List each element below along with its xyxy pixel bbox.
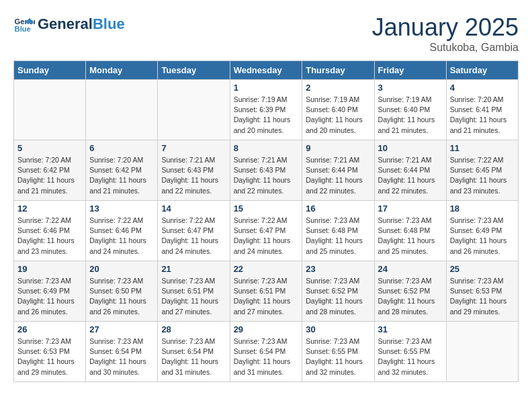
- day-number: 30: [306, 324, 370, 334]
- calendar-cell: 4Sunrise: 7:20 AMSunset: 6:41 PMDaylight…: [446, 80, 518, 140]
- calendar-cell: 26Sunrise: 7:23 AMSunset: 6:53 PMDayligh…: [14, 322, 86, 382]
- calendar-cell: 6Sunrise: 7:20 AMSunset: 6:42 PMDaylight…: [86, 140, 158, 201]
- logo: General Blue GeneralBlue: [13, 13, 125, 35]
- calendar-week-5: 26Sunrise: 7:23 AMSunset: 6:53 PMDayligh…: [14, 322, 519, 382]
- title-block: January 2025 Sutukoba, Gambia: [372, 13, 519, 54]
- day-info: Sunrise: 7:19 AMSunset: 6:40 PMDaylight:…: [306, 95, 370, 136]
- day-number: 9: [306, 143, 370, 153]
- day-number: 10: [378, 143, 443, 153]
- calendar-cell: 30Sunrise: 7:23 AMSunset: 6:55 PMDayligh…: [302, 322, 374, 382]
- calendar-body: 1Sunrise: 7:19 AMSunset: 6:39 PMDaylight…: [14, 80, 519, 382]
- day-number: 26: [17, 324, 82, 334]
- day-number: 27: [89, 324, 154, 334]
- calendar-week-4: 19Sunrise: 7:23 AMSunset: 6:49 PMDayligh…: [14, 261, 519, 322]
- day-number: 1: [234, 83, 299, 93]
- page-header: General Blue GeneralBlue January 2025 Su…: [13, 13, 519, 54]
- day-number: 18: [450, 203, 515, 214]
- weekday-saturday: Saturday: [446, 61, 518, 80]
- day-number: 25: [450, 264, 515, 274]
- calendar-table: SundayMondayTuesdayWednesdayThursdayFrid…: [13, 60, 519, 382]
- day-info: Sunrise: 7:21 AMSunset: 6:44 PMDaylight:…: [306, 155, 370, 196]
- day-info: Sunrise: 7:23 AMSunset: 6:48 PMDaylight:…: [306, 216, 370, 257]
- day-info: Sunrise: 7:22 AMSunset: 6:45 PMDaylight:…: [450, 155, 515, 196]
- logo-icon: General Blue: [13, 13, 35, 35]
- day-info: Sunrise: 7:22 AMSunset: 6:47 PMDaylight:…: [234, 216, 299, 257]
- day-number: 3: [378, 83, 443, 93]
- day-info: Sunrise: 7:19 AMSunset: 6:40 PMDaylight:…: [378, 95, 443, 136]
- calendar-cell: 31Sunrise: 7:23 AMSunset: 6:55 PMDayligh…: [374, 322, 446, 382]
- calendar-cell: 22Sunrise: 7:23 AMSunset: 6:51 PMDayligh…: [230, 261, 302, 322]
- day-info: Sunrise: 7:23 AMSunset: 6:54 PMDaylight:…: [234, 336, 299, 377]
- calendar-cell: 3Sunrise: 7:19 AMSunset: 6:40 PMDaylight…: [374, 80, 446, 140]
- day-number: 23: [306, 264, 370, 274]
- day-number: 16: [306, 203, 370, 214]
- weekday-header-row: SundayMondayTuesdayWednesdayThursdayFrid…: [14, 61, 519, 80]
- calendar-cell: 11Sunrise: 7:22 AMSunset: 6:45 PMDayligh…: [446, 140, 518, 201]
- day-info: Sunrise: 7:22 AMSunset: 6:46 PMDaylight:…: [17, 216, 82, 257]
- weekday-sunday: Sunday: [14, 61, 86, 80]
- day-number: 15: [234, 203, 299, 214]
- day-number: 29: [234, 324, 299, 334]
- day-number: 2: [306, 83, 370, 93]
- day-number: 12: [17, 203, 82, 214]
- logo-general: General: [38, 15, 93, 32]
- weekday-thursday: Thursday: [302, 61, 374, 80]
- day-number: 14: [161, 203, 226, 214]
- calendar-cell: 23Sunrise: 7:23 AMSunset: 6:52 PMDayligh…: [302, 261, 374, 322]
- calendar-cell: 28Sunrise: 7:23 AMSunset: 6:54 PMDayligh…: [158, 322, 230, 382]
- day-info: Sunrise: 7:21 AMSunset: 6:43 PMDaylight:…: [234, 155, 299, 196]
- calendar-cell: [158, 80, 230, 140]
- day-info: Sunrise: 7:23 AMSunset: 6:55 PMDaylight:…: [378, 336, 443, 377]
- day-number: 11: [450, 143, 515, 153]
- day-info: Sunrise: 7:21 AMSunset: 6:44 PMDaylight:…: [378, 155, 443, 196]
- calendar-cell: 19Sunrise: 7:23 AMSunset: 6:49 PMDayligh…: [14, 261, 86, 322]
- day-info: Sunrise: 7:23 AMSunset: 6:49 PMDaylight:…: [450, 216, 515, 257]
- calendar-week-3: 12Sunrise: 7:22 AMSunset: 6:46 PMDayligh…: [14, 201, 519, 261]
- day-number: 8: [234, 143, 299, 153]
- calendar-cell: 25Sunrise: 7:23 AMSunset: 6:53 PMDayligh…: [446, 261, 518, 322]
- day-info: Sunrise: 7:23 AMSunset: 6:55 PMDaylight:…: [306, 336, 370, 377]
- calendar-cell: 12Sunrise: 7:22 AMSunset: 6:46 PMDayligh…: [14, 201, 86, 261]
- day-info: Sunrise: 7:23 AMSunset: 6:51 PMDaylight:…: [234, 276, 299, 317]
- day-info: Sunrise: 7:23 AMSunset: 6:54 PMDaylight:…: [161, 336, 226, 377]
- calendar-cell: [446, 322, 518, 382]
- calendar-cell: 13Sunrise: 7:22 AMSunset: 6:46 PMDayligh…: [86, 201, 158, 261]
- day-number: 28: [161, 324, 226, 334]
- calendar-cell: 15Sunrise: 7:22 AMSunset: 6:47 PMDayligh…: [230, 201, 302, 261]
- calendar-cell: 8Sunrise: 7:21 AMSunset: 6:43 PMDaylight…: [230, 140, 302, 201]
- calendar-cell: [14, 80, 86, 140]
- day-info: Sunrise: 7:21 AMSunset: 6:43 PMDaylight:…: [161, 155, 226, 196]
- day-number: 22: [234, 264, 299, 274]
- day-number: 13: [89, 203, 154, 214]
- day-number: 21: [161, 264, 226, 274]
- calendar-cell: 17Sunrise: 7:23 AMSunset: 6:48 PMDayligh…: [374, 201, 446, 261]
- calendar-cell: 2Sunrise: 7:19 AMSunset: 6:40 PMDaylight…: [302, 80, 374, 140]
- calendar-cell: 20Sunrise: 7:23 AMSunset: 6:50 PMDayligh…: [86, 261, 158, 322]
- calendar-cell: 14Sunrise: 7:22 AMSunset: 6:47 PMDayligh…: [158, 201, 230, 261]
- day-number: 5: [17, 143, 82, 153]
- calendar-cell: 29Sunrise: 7:23 AMSunset: 6:54 PMDayligh…: [230, 322, 302, 382]
- weekday-monday: Monday: [86, 61, 158, 80]
- calendar-cell: 21Sunrise: 7:23 AMSunset: 6:51 PMDayligh…: [158, 261, 230, 322]
- location-title: Sutukoba, Gambia: [372, 42, 519, 54]
- calendar-cell: 5Sunrise: 7:20 AMSunset: 6:42 PMDaylight…: [14, 140, 86, 201]
- day-info: Sunrise: 7:23 AMSunset: 6:50 PMDaylight:…: [89, 276, 154, 317]
- day-number: 31: [378, 324, 443, 334]
- day-info: Sunrise: 7:23 AMSunset: 6:48 PMDaylight:…: [378, 216, 443, 257]
- day-info: Sunrise: 7:23 AMSunset: 6:52 PMDaylight:…: [306, 276, 370, 317]
- calendar-cell: 7Sunrise: 7:21 AMSunset: 6:43 PMDaylight…: [158, 140, 230, 201]
- day-info: Sunrise: 7:22 AMSunset: 6:46 PMDaylight:…: [89, 216, 154, 257]
- month-title: January 2025: [372, 13, 519, 42]
- day-info: Sunrise: 7:20 AMSunset: 6:41 PMDaylight:…: [450, 95, 515, 136]
- calendar-cell: 27Sunrise: 7:23 AMSunset: 6:54 PMDayligh…: [86, 322, 158, 382]
- day-number: 17: [378, 203, 443, 214]
- weekday-tuesday: Tuesday: [158, 61, 230, 80]
- logo-blue: Blue: [93, 15, 125, 32]
- calendar-week-1: 1Sunrise: 7:19 AMSunset: 6:39 PMDaylight…: [14, 80, 519, 140]
- calendar-cell: 24Sunrise: 7:23 AMSunset: 6:52 PMDayligh…: [374, 261, 446, 322]
- calendar-week-2: 5Sunrise: 7:20 AMSunset: 6:42 PMDaylight…: [14, 140, 519, 201]
- calendar-cell: 10Sunrise: 7:21 AMSunset: 6:44 PMDayligh…: [374, 140, 446, 201]
- day-number: 6: [89, 143, 154, 153]
- calendar-cell: 1Sunrise: 7:19 AMSunset: 6:39 PMDaylight…: [230, 80, 302, 140]
- svg-text:Blue: Blue: [15, 25, 31, 33]
